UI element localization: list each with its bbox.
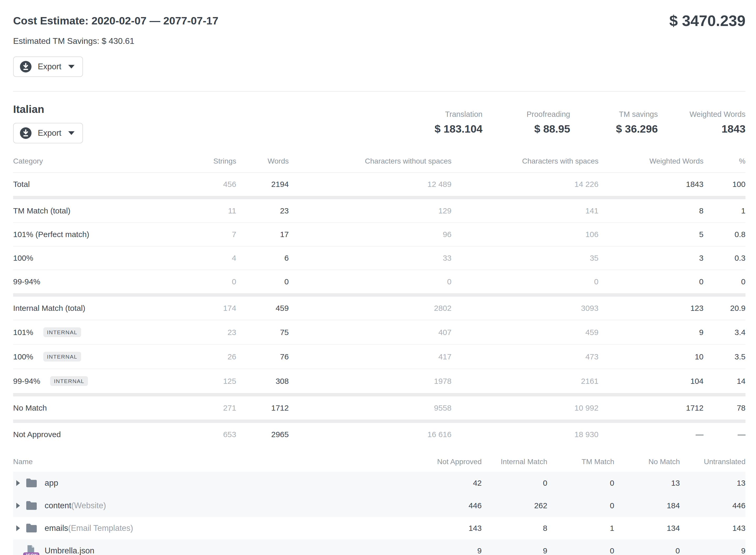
expander (13, 480, 25, 486)
file-name: Umbrella.json (45, 546, 94, 555)
folder-icon (25, 499, 38, 512)
chars-with-spaces-value: 0 (451, 277, 598, 286)
chars-without-spaces-value: 16 616 (289, 430, 451, 439)
caret-down-icon (68, 131, 75, 135)
file-row[interactable]: emails(Email Templates) 143 8 1 134 143 (13, 517, 746, 540)
stat-value: $ 183.104 (419, 123, 483, 135)
no-match-value: 13 (614, 479, 680, 487)
breakdown-row: 100% 4 6 33 35 3 0.3 (13, 246, 746, 270)
breakdown-row: Internal Match (total) 174 459 2802 3093… (13, 297, 746, 320)
chars-with-spaces-value: 141 (451, 206, 598, 215)
chars-without-spaces-value: 0 (289, 277, 451, 286)
language-export-button[interactable]: Export (13, 123, 83, 143)
category-label: Total (13, 180, 30, 189)
breakdown-row: 101% (Perfect match) 7 17 96 106 5 0.8 (13, 222, 746, 246)
internal-match-value: 262 (482, 501, 547, 510)
breakdown-row: 101% INTERNAL 23 75 407 459 9 3.4 (13, 320, 746, 344)
weighted-words-value: — (598, 430, 704, 439)
strings-value: 174 (194, 304, 236, 313)
file-name: content (45, 501, 72, 510)
expander (13, 503, 25, 509)
col-chars-with-spaces: Characters with spaces (451, 157, 598, 165)
chars-with-spaces-value: 3093 (451, 304, 598, 313)
stat-value: $ 88.95 (507, 123, 570, 135)
stat-block: Translation $ 183.104 (419, 110, 483, 135)
export-button-label: Export (38, 62, 61, 72)
stat-value: 1843 (682, 123, 746, 135)
col-internal-match: Internal Match (482, 458, 547, 466)
words-value: 23 (236, 206, 289, 215)
download-icon (20, 127, 32, 139)
untranslated-value: 446 (680, 501, 746, 510)
file-name: emails (45, 523, 68, 533)
caret-right-icon[interactable] (16, 525, 20, 531)
files-table-header: Name Not Approved Internal Match TM Matc… (13, 452, 746, 472)
breakdown-row: 99-94% 0 0 0 0 0 0 (13, 270, 746, 297)
estimated-tm-savings: Estimated TM Savings: $ 430.61 (13, 36, 746, 46)
chars-with-spaces-value: 2161 (451, 377, 598, 386)
stat-label: Weighted Words (682, 110, 746, 119)
strings-value: 0 (194, 277, 236, 286)
words-value: 17 (236, 230, 289, 239)
category-label: 100% (13, 254, 33, 262)
strings-value: 653 (194, 430, 236, 439)
tm-match-value: 1 (547, 524, 614, 533)
chars-with-spaces-value: 18 930 (451, 430, 598, 439)
words-value: 308 (236, 377, 289, 386)
category-label: No Match (13, 403, 47, 413)
category-label: Not Approved (13, 430, 61, 439)
strings-value: 7 (194, 230, 236, 239)
internal-badge: INTERNAL (43, 327, 81, 337)
chars-without-spaces-value: 417 (289, 352, 451, 361)
stat-value: $ 36.296 (595, 123, 658, 135)
file-row[interactable]: content(Website) 446 262 0 184 446 (13, 494, 746, 517)
strings-value: 456 (194, 180, 236, 189)
no-match-value: 184 (614, 501, 680, 510)
weighted-words-value: 3 (598, 254, 704, 262)
words-value: 75 (236, 328, 289, 337)
stat-block: Weighted Words 1843 (682, 110, 746, 135)
caret-right-icon[interactable] (16, 503, 20, 509)
internal-match-value: 8 (482, 524, 547, 533)
export-button[interactable]: Export (13, 56, 83, 77)
download-icon (20, 61, 32, 73)
cost-estimate-page: Cost Estimate: 2020-02-07 — 2077-07-17 $… (0, 0, 756, 555)
category-label: 101% (13, 328, 33, 337)
untranslated-value: 9 (680, 546, 746, 555)
caret-right-icon[interactable] (16, 480, 20, 486)
internal-match-value: 0 (482, 479, 547, 487)
chars-with-spaces-value: 10 992 (451, 403, 598, 413)
total-cost-value: $ 3470.239 (669, 13, 746, 28)
col-no-match: No Match (614, 458, 680, 466)
language-title: Italian (13, 103, 83, 116)
breakdown-row: 99-94% INTERNAL 125 308 1978 2161 104 14 (13, 369, 746, 396)
weighted-words-value: 104 (598, 377, 704, 386)
file-name-suffix: (Website) (72, 501, 106, 510)
not-approved-value: 143 (416, 524, 482, 533)
percent-value: 14 (704, 377, 746, 386)
breakdown-table: Category Strings Words Characters withou… (13, 153, 746, 446)
chars-with-spaces-value: 106 (451, 230, 598, 239)
not-approved-value: 446 (416, 501, 482, 510)
files-table-body: app 42 0 0 13 13 (13, 472, 746, 555)
strings-value: 26 (194, 352, 236, 361)
words-value: 6 (236, 254, 289, 262)
words-value: 1712 (236, 403, 289, 413)
file-row[interactable]: JSON Umbrella.json 9 9 0 0 9 (13, 540, 746, 555)
chars-without-spaces-value: 2802 (289, 304, 451, 313)
internal-badge: INTERNAL (43, 352, 81, 361)
words-value: 76 (236, 352, 289, 361)
language-section-header: Italian Export Translation $ 183.104 (13, 103, 746, 143)
category-label: 101% (Perfect match) (13, 230, 89, 239)
category-label: Internal Match (total) (13, 304, 85, 313)
percent-value: 0.8 (704, 230, 746, 239)
col-percent: % (704, 157, 746, 165)
file-row[interactable]: app 42 0 0 13 13 (13, 472, 746, 494)
stat-block: Proofreading $ 88.95 (507, 110, 570, 135)
folder-icon (25, 522, 38, 535)
chars-with-spaces-value: 459 (451, 328, 598, 337)
words-value: 0 (236, 277, 289, 286)
no-match-value: 134 (614, 524, 680, 533)
untranslated-value: 13 (680, 479, 746, 487)
breakdown-row: Not Approved 653 2965 16 616 18 930 — — (13, 423, 746, 446)
